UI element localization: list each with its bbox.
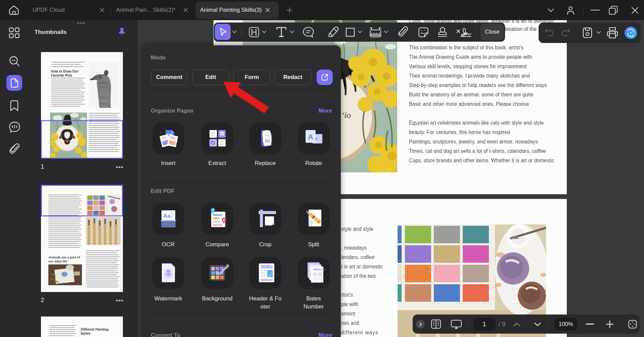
svg-text:Animals are a part of: Animals are a part of bbox=[48, 255, 80, 259]
svg-text:Favorite Pets: Favorite Pets bbox=[51, 74, 72, 77]
svg-text:Styles: Styles bbox=[81, 332, 91, 335]
svg-text:A: A bbox=[308, 133, 313, 141]
svg-text:our daily life: our daily life bbox=[48, 259, 67, 263]
svg-text:000123: 000123 bbox=[313, 268, 324, 271]
svg-text:Aa: Aa bbox=[163, 213, 171, 219]
svg-text:Different Painting: Different Painting bbox=[81, 328, 108, 331]
svg-text:ʻio: ʻio bbox=[341, 111, 351, 120]
svg-text:How to Draw Our: How to Draw Our bbox=[51, 70, 78, 73]
